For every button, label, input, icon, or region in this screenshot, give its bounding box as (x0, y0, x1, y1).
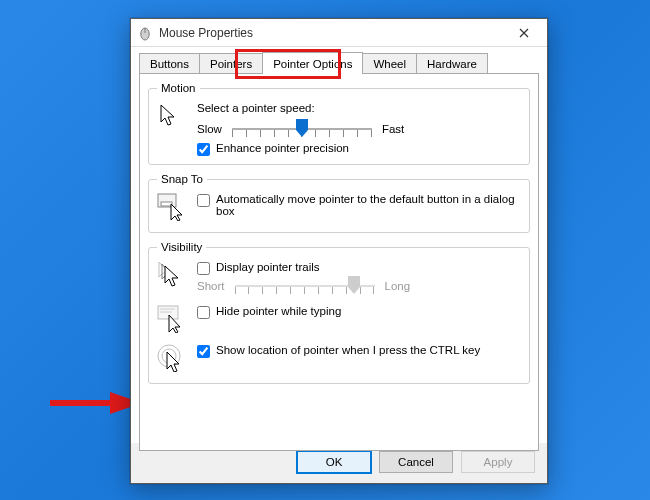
svg-marker-0 (50, 392, 142, 414)
svg-rect-5 (161, 202, 172, 206)
speed-slider[interactable] (232, 120, 372, 138)
dialog-window: Mouse Properties Buttons Pointers Pointe… (130, 18, 548, 484)
close-button[interactable] (501, 19, 547, 47)
group-motion-legend: Motion (157, 82, 200, 94)
trails-long-label: Long (385, 280, 411, 292)
tab-pointers[interactable]: Pointers (199, 53, 263, 74)
trails-label: Display pointer trails (216, 261, 320, 273)
trails-short-label: Short (197, 280, 225, 292)
group-snapto: Snap To Automatically move pointer to th… (148, 173, 530, 233)
group-visibility-legend: Visibility (157, 241, 206, 253)
snapto-cursor-icon (157, 193, 189, 224)
hide-cursor-icon (157, 305, 189, 336)
speed-label: Select a pointer speed: (197, 102, 521, 114)
tabstrip: Buttons Pointers Pointer Options Wheel H… (131, 47, 547, 74)
tab-body: Motion Select a pointer speed: Slow (139, 73, 539, 451)
speed-slow-label: Slow (197, 123, 222, 135)
window-title: Mouse Properties (159, 26, 501, 40)
enhance-precision-label: Enhance pointer precision (216, 142, 349, 154)
snapto-label: Automatically move pointer to the defaul… (216, 193, 521, 217)
enhance-precision-checkbox[interactable]: Enhance pointer precision (197, 142, 521, 156)
mouse-icon (137, 25, 153, 41)
group-visibility: Visibility Display pointer trails (148, 241, 530, 384)
tab-wheel[interactable]: Wheel (362, 53, 417, 74)
hide-pointer-checkbox[interactable]: Hide pointer while typing (197, 305, 521, 319)
trails-slider (235, 277, 375, 295)
svg-marker-6 (348, 276, 360, 294)
ok-button[interactable]: OK (297, 451, 371, 473)
trails-checkbox[interactable]: Display pointer trails (197, 261, 521, 275)
trails-cursor-icon (157, 261, 189, 292)
cancel-button[interactable]: Cancel (379, 451, 453, 473)
tab-hardware[interactable]: Hardware (416, 53, 488, 74)
ctrl-locate-cursor-icon (157, 344, 189, 375)
snapto-checkbox[interactable]: Automatically move pointer to the defaul… (197, 193, 521, 217)
speed-fast-label: Fast (382, 123, 404, 135)
ctrl-locate-checkbox[interactable]: Show location of pointer when I press th… (197, 344, 521, 358)
tab-pointer-options[interactable]: Pointer Options (262, 52, 363, 74)
hide-pointer-label: Hide pointer while typing (216, 305, 341, 317)
annotation-arrow (50, 388, 142, 418)
tab-buttons[interactable]: Buttons (139, 53, 200, 74)
ctrl-locate-label: Show location of pointer when I press th… (216, 344, 480, 356)
group-snapto-legend: Snap To (157, 173, 207, 185)
group-motion: Motion Select a pointer speed: Slow (148, 82, 530, 165)
titlebar: Mouse Properties (131, 19, 547, 47)
apply-button: Apply (461, 451, 535, 473)
motion-cursor-icon (157, 102, 189, 133)
svg-marker-3 (296, 119, 308, 137)
